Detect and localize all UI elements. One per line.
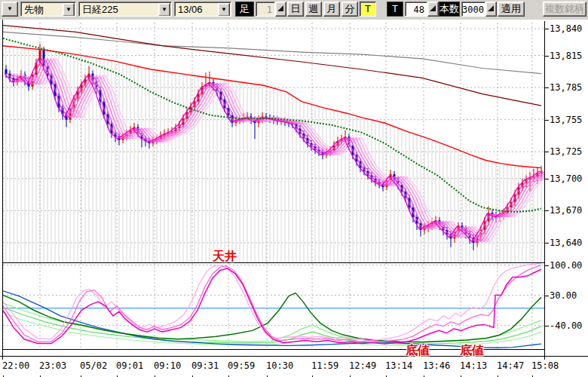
- chevron-down-icon[interactable]: ▼: [218, 3, 230, 17]
- symbol-type-combo[interactable]: 先物 ▼: [20, 2, 76, 17]
- period-day-button[interactable]: 日: [287, 2, 304, 17]
- mini-combo-button[interactable]: ▼: [2, 2, 18, 17]
- interval-spinner[interactable]: [275, 2, 286, 17]
- bar-count-label: 本数: [439, 2, 460, 17]
- spin-icon: [430, 5, 436, 11]
- time-tick-label: 14:47: [497, 360, 524, 371]
- price-tick-label: 13,755: [550, 115, 582, 125]
- price-tick: [544, 120, 549, 121]
- tick-interval-label: T: [387, 2, 403, 17]
- oscillator-tick-label: 30.00: [550, 290, 577, 301]
- price-tick: [544, 243, 549, 244]
- toolbar: ▼ 先物 ▼ 日経225 ▼ 13/06 ▼ 足 1 日 週 月: [0, 0, 588, 20]
- price-tick-label: 13,670: [550, 205, 582, 216]
- tick-count-spinner[interactable]: [427, 2, 439, 17]
- tick-count-input[interactable]: 48: [405, 2, 427, 17]
- spin-icon: [277, 5, 283, 11]
- left-border: [2, 20, 3, 360]
- symbol-name-value: 日経225: [82, 4, 118, 15]
- time-tick-label: 15:08: [531, 360, 559, 371]
- main-price-chart[interactable]: [3, 23, 544, 262]
- chevron-down-icon: ▼: [7, 5, 13, 12]
- oscillator-panel[interactable]: [3, 262, 544, 350]
- time-axis-line: [0, 356, 588, 357]
- price-tick-label: 13,840: [550, 23, 582, 34]
- symbol-type-value: 先物: [24, 4, 44, 15]
- bar-count-input[interactable]: 3000: [461, 2, 485, 17]
- contract-month-combo[interactable]: 13/06 ▼: [174, 2, 231, 17]
- price-tick-label: 13,785: [550, 82, 582, 93]
- interval-input: 1: [256, 2, 275, 17]
- multi-symbol-button: 複数銘柄: [543, 2, 586, 17]
- price-tick: [544, 179, 549, 179]
- symbol-name-combo[interactable]: 日経225 ▼: [78, 2, 172, 17]
- annotation-ceiling: 天井: [213, 249, 237, 265]
- oscillator-tick: [544, 265, 549, 266]
- period-minute-button[interactable]: 分: [341, 2, 358, 17]
- time-tick-label: 09:01: [116, 360, 143, 371]
- time-tick-label: 13:46: [423, 360, 450, 371]
- oscillator-tick: [544, 326, 549, 326]
- oscillator-tick: [544, 296, 549, 296]
- time-tick-label: 10:30: [266, 360, 293, 371]
- time-tick-label: 13:14: [385, 360, 412, 371]
- time-tick-label: 05/02: [80, 360, 107, 371]
- period-week-button[interactable]: 週: [305, 2, 322, 17]
- chart-region: 13,84013,81513,78513,75513,72513,70013,6…: [0, 20, 588, 377]
- bar-count-spinner[interactable]: [485, 2, 497, 17]
- ashi-label: 足: [235, 2, 254, 17]
- price-tick-label: 13,815: [550, 51, 582, 61]
- price-tick-label: 13,725: [550, 146, 582, 157]
- time-tick-label: 14:13: [460, 360, 487, 371]
- apply-button[interactable]: 適用: [498, 2, 525, 17]
- time-tick-label: 12:49: [349, 360, 376, 371]
- oscillator-tick-label: -40.00: [550, 320, 582, 331]
- time-tick-label: 22:00: [2, 360, 29, 371]
- price-tick: [544, 87, 549, 88]
- oscillator-tick-label: 100.00: [550, 260, 582, 271]
- price-tick-label: 13,700: [550, 173, 582, 184]
- period-tick-button[interactable]: T: [360, 2, 376, 17]
- time-tick-label: 23:03: [39, 360, 66, 371]
- price-tick: [544, 210, 549, 211]
- time-tick-label: 09:10: [154, 360, 181, 371]
- annotation-bottom-left: 底値: [406, 343, 430, 359]
- annotation-bottom-right: 底値: [460, 343, 484, 359]
- period-month-button[interactable]: 月: [323, 2, 340, 17]
- contract-month-value: 13/06: [178, 4, 203, 15]
- price-tick-label: 13,640: [550, 238, 582, 248]
- price-tick: [544, 152, 549, 152]
- chevron-down-icon[interactable]: ▼: [63, 3, 75, 17]
- spin-icon: [488, 5, 494, 11]
- price-tick: [544, 29, 549, 29]
- price-tick: [544, 56, 549, 57]
- time-tick-label: 11:59: [311, 360, 338, 371]
- chart-app-window: ▼ 先物 ▼ 日経225 ▼ 13/06 ▼ 足 1 日 週 月: [0, 0, 588, 377]
- time-tick-label: 09:31: [191, 360, 219, 371]
- time-tick-label: 09:59: [228, 360, 255, 371]
- chevron-down-icon[interactable]: ▼: [158, 3, 170, 17]
- price-axis-line: [544, 21, 545, 360]
